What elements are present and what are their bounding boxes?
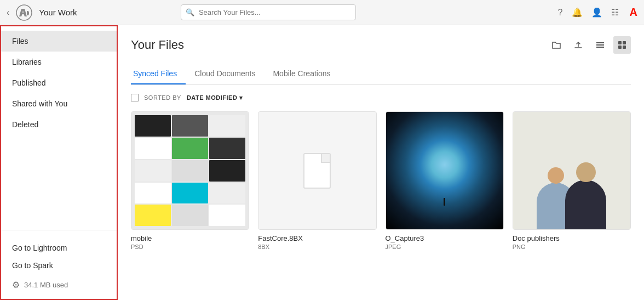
app-title: Your Work	[39, 8, 77, 17]
chevron-down-icon: ▾	[239, 94, 243, 101]
layout: Files Libraries Published Shared with Yo…	[0, 25, 644, 300]
sort-bar: SORTED BY DATE MODIFIED ▾	[131, 94, 631, 101]
tab-mobile-creations[interactable]: Mobile Creations	[273, 65, 339, 84]
upload-button[interactable]	[570, 36, 587, 54]
sidebar: Files Libraries Published Shared with Yo…	[0, 25, 118, 300]
select-all-checkbox[interactable]	[131, 94, 139, 101]
go-to-lightroom-link[interactable]: Go to Lightroom	[12, 239, 106, 257]
blank-document-icon	[258, 112, 376, 229]
file-type-ocapture: JPEG	[386, 244, 504, 250]
go-to-spark-link[interactable]: Go to Spark	[12, 257, 106, 274]
sort-value-button[interactable]: DATE MODIFIED ▾	[187, 94, 243, 101]
file-card-docpub[interactable]: Doc publishers PNG	[513, 111, 631, 250]
main-content: Your Files	[118, 25, 644, 300]
search-input[interactable]	[181, 4, 356, 20]
file-type-fastcore: 8BX	[258, 244, 376, 250]
new-folder-button[interactable]	[548, 36, 565, 54]
file-name-mobile: mobile	[131, 234, 249, 242]
topbar: ‹ Your Work 🔍 ? 🔔 👤 ☷ A	[0, 0, 644, 25]
file-card-ocapture[interactable]: O_Capture3 JPEG	[386, 111, 504, 250]
help-button[interactable]: ?	[558, 8, 563, 18]
main-actions	[548, 36, 631, 54]
svg-rect-6	[618, 46, 622, 49]
sidebar-nav: Files Libraries Published Shared with Yo…	[1, 26, 117, 230]
topbar-icons: ? 🔔 👤 ☷ A	[558, 6, 637, 19]
page-title: Your Files	[131, 38, 548, 52]
svg-rect-3	[596, 47, 604, 48]
tab-synced-files[interactable]: Synced Files	[131, 65, 186, 84]
notifications-button[interactable]: 🔔	[572, 7, 583, 18]
storage-info: ⚙ 34.1 MB used	[12, 274, 106, 290]
svg-rect-2	[596, 44, 604, 46]
gear-icon[interactable]: ⚙	[12, 280, 20, 290]
sidebar-item-libraries[interactable]: Libraries	[1, 52, 117, 72]
tab-cloud-documents[interactable]: Cloud Documents	[194, 65, 264, 84]
file-thumb-ocapture	[386, 111, 504, 230]
main-header: Your Files	[131, 36, 631, 54]
file-name-ocapture: O_Capture3	[386, 234, 504, 242]
file-thumb-fastcore	[258, 111, 376, 230]
sidebar-bottom: Go to Lightroom Go to Spark ⚙ 34.1 MB us…	[1, 230, 117, 299]
file-card-fastcore[interactable]: FastCore.8BX 8BX	[258, 111, 376, 250]
back-button[interactable]: ‹	[7, 8, 9, 18]
file-thumb-docpub	[513, 111, 631, 230]
svg-rect-1	[596, 42, 604, 43]
adobe-cc-logo	[15, 3, 33, 22]
sidebar-item-files[interactable]: Files	[1, 31, 117, 52]
search-icon: 🔍	[186, 8, 194, 16]
file-grid: mobile PSD FastCore.8BX 8BX	[131, 111, 631, 250]
sidebar-item-published[interactable]: Published	[1, 72, 117, 93]
file-name-fastcore: FastCore.8BX	[258, 234, 376, 242]
svg-rect-5	[623, 41, 626, 44]
svg-rect-4	[618, 41, 622, 44]
adobe-logo: A	[630, 6, 637, 19]
sidebar-item-shared[interactable]: Shared with You	[1, 93, 117, 114]
svg-rect-7	[623, 46, 626, 49]
file-tabs: Synced Files Cloud Documents Mobile Crea…	[131, 65, 631, 85]
storage-used-label: 34.1 MB used	[24, 281, 68, 289]
sort-by-label: SORTED BY	[144, 94, 181, 101]
search-container: 🔍	[181, 4, 356, 20]
file-thumb-mobile	[131, 111, 249, 230]
file-card-mobile[interactable]: mobile PSD	[131, 111, 249, 250]
grid-view-button[interactable]	[613, 36, 631, 54]
file-type-docpub: PNG	[513, 244, 631, 250]
file-name-docpub: Doc publishers	[513, 234, 631, 242]
file-type-mobile: PSD	[131, 244, 249, 250]
list-view-button[interactable]	[591, 36, 609, 54]
sidebar-item-deleted[interactable]: Deleted	[1, 114, 117, 135]
apps-grid-button[interactable]: ☷	[611, 7, 619, 18]
profile-button[interactable]: 👤	[591, 7, 602, 18]
